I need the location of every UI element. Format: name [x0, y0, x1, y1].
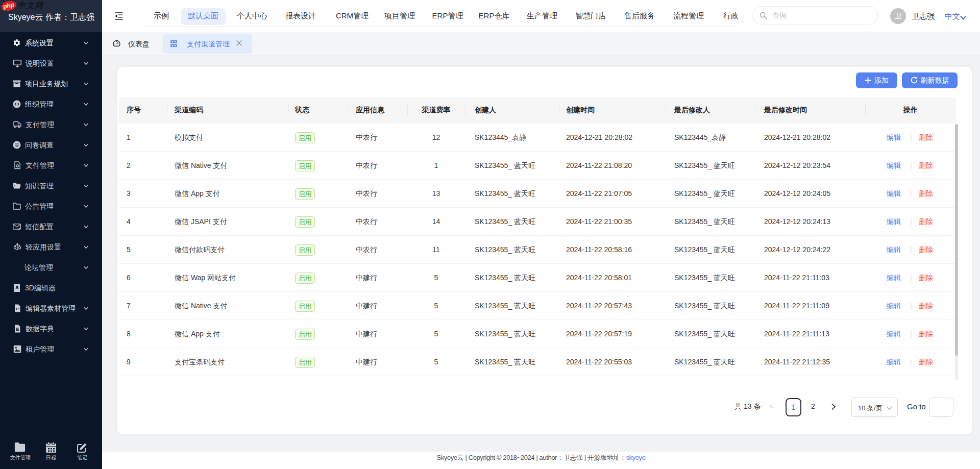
svg-text:P: P — [16, 307, 19, 311]
